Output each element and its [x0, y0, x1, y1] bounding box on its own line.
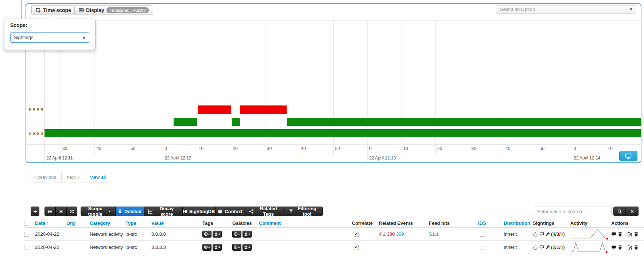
view-all-button[interactable]: view all	[85, 172, 111, 182]
attribute-row: 2020-04-22 Network activity ip-src 8.8.8…	[24, 228, 644, 241]
select-all-checkbox[interactable]	[24, 221, 29, 226]
delete-sighting-icon[interactable]	[618, 245, 622, 250]
header-value[interactable]: Value	[151, 220, 202, 226]
shuffle-view-button[interactable]	[66, 207, 77, 216]
table-tools-group: Scope toggle Deleted Decay score	[81, 207, 323, 216]
minor-tick-label: 40	[301, 146, 306, 151]
header-ids[interactable]: IDS	[478, 220, 504, 226]
x-icon	[630, 209, 634, 213]
deleted-toggle-button[interactable]: Deleted	[115, 207, 144, 216]
correlate-checkbox[interactable]: ✓	[354, 245, 359, 250]
info-circle-icon	[218, 209, 222, 214]
context-button[interactable]: Context	[215, 207, 245, 216]
scope-toggle-button[interactable]: Scope toggle	[81, 207, 115, 216]
add-global-galaxy-button[interactable]: +	[232, 244, 241, 251]
sighting-bar-negative[interactable]	[198, 105, 232, 114]
scope-select[interactable]: Sightings ▼	[10, 32, 89, 43]
edit-icon[interactable]	[627, 232, 632, 237]
plus-mini: +	[238, 245, 240, 249]
add-global-galaxy-button[interactable]: +	[232, 231, 241, 238]
comment-icon[interactable]	[611, 232, 616, 237]
attribute-date: 2020-04-22	[35, 244, 66, 250]
plus-mini: +	[248, 245, 251, 249]
search-button[interactable]	[613, 207, 626, 216]
thumbs-up-icon[interactable]	[533, 245, 538, 250]
sighting-bar-positive[interactable]	[232, 118, 240, 126]
add-attribute-button[interactable]	[31, 207, 39, 216]
header-comment[interactable]: Comment	[259, 220, 352, 226]
add-local-galaxy-button[interactable]: +	[243, 231, 252, 238]
popover-arrow	[48, 15, 55, 19]
header-type[interactable]: Type	[125, 220, 151, 226]
minor-tick-label: 40	[505, 146, 510, 151]
edit-icon[interactable]	[627, 245, 632, 250]
wrench-icon[interactable]	[545, 232, 550, 236]
thumbs-down-icon[interactable]	[539, 245, 544, 250]
sighting-bar-negative[interactable]	[240, 105, 287, 114]
sighting-bar-positive[interactable]	[44, 129, 641, 137]
thumbs-down-icon[interactable]	[539, 232, 544, 237]
add-global-tag-button[interactable]: +	[202, 231, 212, 238]
plus-mini: +	[218, 232, 221, 236]
scope-label: Scope:	[10, 22, 27, 28]
related-event-links[interactable]: 4 1 380	[379, 231, 395, 237]
actions-divider	[625, 232, 625, 237]
correlate-checkbox[interactable]: ✓	[354, 232, 359, 237]
clear-search-button[interactable]	[626, 207, 639, 216]
funnel-icon	[289, 209, 293, 213]
attribute-category: Network activity	[90, 244, 125, 250]
binoculars-icon	[183, 209, 187, 213]
table-header-row: Date ↑ Org Category Type Value Tags Gala…	[24, 219, 644, 228]
sightingdb-label: SightingDB	[189, 209, 215, 214]
sighting-bar-positive[interactable]	[287, 118, 641, 126]
major-gridline	[572, 155, 572, 162]
comment-icon[interactable]	[611, 245, 616, 250]
header-date[interactable]: Date	[35, 220, 45, 226]
header-activity: Activity	[570, 220, 611, 226]
feed-hits-cell[interactable]: S1:1	[429, 231, 478, 237]
add-local-tag-button[interactable]: +	[213, 244, 222, 251]
minor-tick-label: 50	[335, 146, 340, 151]
plus-icon	[33, 209, 37, 213]
search-input[interactable]	[534, 207, 612, 216]
caret-down-icon	[108, 210, 111, 213]
wrench-icon[interactable]	[545, 245, 550, 250]
header-org[interactable]: Org	[66, 220, 90, 226]
add-local-galaxy-button[interactable]: +	[243, 244, 252, 251]
filtering-tool-label: Filtering tool	[295, 206, 319, 217]
delete-icon[interactable]	[634, 245, 639, 250]
sightings-cell: (4/3/0)	[533, 231, 570, 237]
add-global-tag-button[interactable]: +	[202, 244, 212, 251]
filtering-tool-button[interactable]: Filtering tool	[285, 207, 323, 216]
attribute-type: ip-src	[125, 244, 151, 250]
delete-sighting-icon[interactable]	[618, 232, 622, 237]
sighting-counts: (2/1/0)	[551, 244, 565, 250]
row-select-checkbox[interactable]	[24, 245, 29, 250]
galaxies-cell: + +	[232, 244, 259, 251]
major-tick-label: 22 April 12:12	[164, 155, 191, 161]
compact-view-button[interactable]	[55, 207, 66, 216]
sighting-bar-positive[interactable]	[174, 118, 197, 126]
row-select-checkbox[interactable]	[24, 232, 29, 237]
sightingdb-button[interactable]: SightingDB	[182, 207, 215, 216]
list-view-button[interactable]	[44, 207, 55, 216]
ids-checkbox[interactable]	[480, 245, 485, 250]
minor-tick-label: 50	[131, 146, 135, 151]
major-gridline	[163, 155, 163, 162]
ids-checkbox[interactable]	[480, 232, 485, 237]
shuffle-arrows-icon	[70, 209, 74, 214]
previous-page-button[interactable]: « previous	[29, 172, 61, 182]
header-category[interactable]: Category	[90, 220, 125, 226]
minor-tick-label: 10	[199, 146, 203, 151]
header-distribution[interactable]: Distribution	[504, 220, 533, 226]
add-local-tag-button[interactable]: +	[213, 231, 222, 238]
thumbs-up-icon[interactable]	[533, 232, 538, 237]
snapshot-button[interactable]	[619, 151, 637, 161]
delete-icon[interactable]	[634, 232, 639, 237]
related-tags-button[interactable]: Related Tags	[245, 207, 285, 216]
header-sightings: Sightings	[533, 220, 570, 226]
next-page-button[interactable]: next »	[61, 172, 85, 182]
minor-tick-label: 10	[608, 146, 612, 151]
decay-score-button[interactable]: Decay score	[144, 207, 182, 216]
related-event-link[interactable]: 399	[396, 231, 404, 237]
